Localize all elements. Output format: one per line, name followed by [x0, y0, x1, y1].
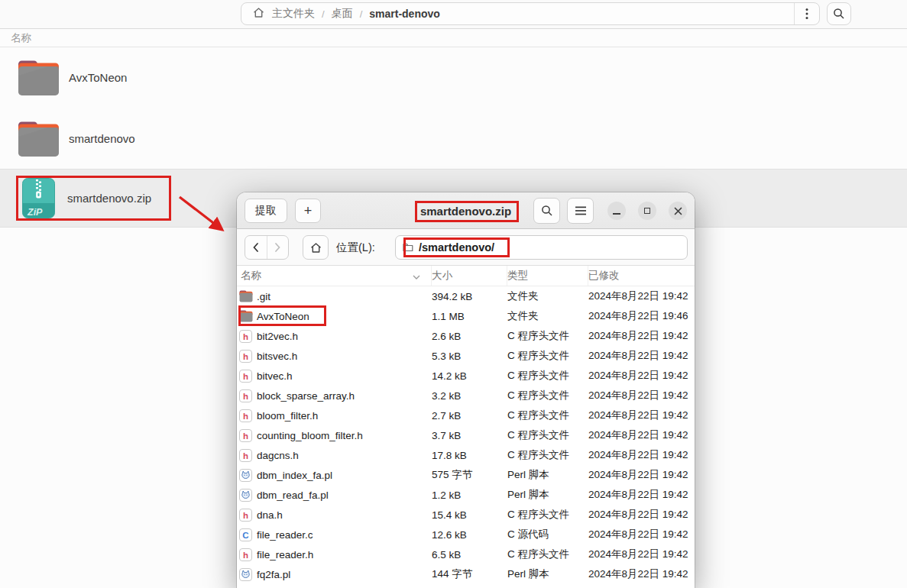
files-list-header[interactable]: 名称: [0, 29, 907, 47]
cell-size: 2.7 kB: [432, 410, 507, 422]
cell-name: dbm_read_fa.pl: [254, 489, 432, 501]
maximize-button[interactable]: [638, 202, 656, 220]
cell-name: AvxToNeon: [254, 311, 432, 322]
minimize-button[interactable]: [607, 202, 626, 220]
folder-icon: [17, 120, 60, 157]
cell-name: bloom_filter.h: [254, 410, 432, 422]
breadcrumb[interactable]: 主文件夹 / 桌面 / smart-denovo: [241, 2, 820, 25]
svg-text:h: h: [243, 371, 248, 380]
column-header-size[interactable]: 大小: [432, 266, 507, 286]
search-button[interactable]: [827, 2, 851, 25]
breadcrumb-separator: /: [322, 8, 325, 20]
archive-path-bar: 位置(L):: [237, 229, 695, 266]
add-files-button[interactable]: +: [295, 199, 321, 223]
cell-modified: 2024年8月22日 19:42: [588, 289, 695, 303]
archive-header-bar: 提取 + smartdenovo.zip: [237, 192, 695, 229]
cell-modified: 2024年8月22日 19:42: [588, 389, 695, 402]
folder-icon: [17, 59, 60, 96]
breadcrumb-desktop[interactable]: 桌面: [332, 7, 353, 21]
archive-row-bitvec.h[interactable]: hbitvec.h14.2 kBC 程序头文件2024年8月22日 19:42: [237, 366, 695, 386]
cell-size: 3.7 kB: [432, 430, 507, 441]
cell-size: 14.2 kB: [432, 370, 507, 382]
c-header-file-icon: h: [239, 389, 254, 402]
cell-size: 144 字节: [432, 567, 507, 581]
breadcrumb-home[interactable]: 主文件夹: [272, 7, 315, 21]
breadcrumb-current[interactable]: smart-denovo: [369, 8, 440, 20]
files-item-label: smartdenovo: [69, 132, 135, 145]
files-item-AvxToNeon[interactable]: AvxToNeon: [0, 47, 907, 108]
name-column-label: 名称: [11, 31, 31, 45]
search-icon: [833, 8, 845, 20]
navigation-buttons: [245, 235, 289, 260]
hamburger-icon: [575, 206, 586, 215]
archive-row-bitsvec.h[interactable]: hbitsvec.h5.3 kBC 程序头文件2024年8月22日 19:42: [237, 346, 695, 366]
cell-modified: 2024年8月22日 19:42: [588, 468, 695, 482]
svg-text:h: h: [243, 510, 248, 519]
archive-row-file_reader.c[interactable]: Cfile_reader.c12.6 kBC 源代码2024年8月22日 19:…: [237, 525, 695, 544]
column-header-type[interactable]: 类型: [507, 266, 588, 286]
cell-name: fq2fa.pl: [254, 569, 432, 580]
hamburger-menu-button[interactable]: [567, 198, 594, 224]
cell-modified: 2024年8月22日 19:42: [588, 567, 695, 581]
archive-row-dbm_read_fa.pl[interactable]: dbm_read_fa.pl1.2 kBPerl 脚本2024年8月22日 19…: [237, 485, 695, 505]
cell-modified: 2024年8月22日 19:42: [588, 488, 695, 502]
cell-size: 6.5 kB: [432, 549, 507, 561]
cell-type: Perl 脚本: [507, 468, 588, 482]
cell-name: file_reader.c: [254, 529, 432, 541]
archive-search-button[interactable]: [533, 198, 560, 224]
archive-row-.git[interactable]: .git394.2 kB文件夹2024年8月22日 19:42: [237, 286, 695, 306]
cell-modified: 2024年8月22日 19:42: [588, 369, 695, 383]
cell-name: bitsvec.h: [254, 351, 432, 362]
cell-modified: 2024年8月22日 19:42: [588, 428, 695, 442]
archive-row-bit2vec.h[interactable]: hbit2vec.h2.6 kBC 程序头文件2024年8月22日 19:42: [237, 326, 695, 346]
archive-row-counting_bloom_filter.h[interactable]: hcounting_bloom_filter.h3.7 kBC 程序头文件202…: [237, 425, 695, 445]
svg-text:h: h: [243, 351, 248, 360]
forward-button[interactable]: [267, 236, 289, 259]
cell-modified: 2024年8月22日 19:42: [588, 448, 695, 462]
column-header-name[interactable]: 名称: [241, 266, 432, 286]
svg-text:ZiP: ZiP: [27, 207, 43, 218]
archive-row-dagcns.h[interactable]: hdagcns.h17.8 kBC 程序头文件2024年8月22日 19:42: [237, 445, 695, 465]
archive-row-file_reader.h[interactable]: hfile_reader.h6.5 kBC 程序头文件2024年8月22日 19…: [237, 544, 695, 564]
breadcrumb-path: 主文件夹 / 桌面 / smart-denovo: [241, 6, 794, 21]
location-label: 位置(L):: [336, 229, 375, 266]
perl-script-icon: [239, 469, 254, 482]
cell-name: .git: [254, 291, 432, 302]
svg-text:h: h: [243, 451, 248, 460]
archive-row-dbm_index_fa.pl[interactable]: dbm_index_fa.pl575 字节Perl 脚本2024年8月22日 1…: [237, 465, 695, 485]
cell-modified: 2024年8月22日 19:42: [588, 349, 695, 363]
close-icon: [674, 207, 682, 215]
breadcrumb-separator: /: [360, 8, 363, 20]
archive-row-AvxToNeon[interactable]: AvxToNeon1.1 MB文件夹2024年8月22日 19:46: [237, 306, 695, 326]
home-icon: [252, 6, 265, 21]
folder-outline-icon: [402, 241, 414, 254]
cell-size: 1.1 MB: [432, 311, 507, 322]
archive-row-dna.h[interactable]: hdna.h15.4 kBC 程序头文件2024年8月22日 19:42: [237, 505, 695, 525]
c-source-file-icon: C: [239, 528, 254, 541]
cell-modified: 2024年8月22日 19:42: [588, 329, 695, 343]
files-item-smartdenovo[interactable]: smartdenovo: [0, 108, 907, 169]
extract-button[interactable]: 提取: [245, 199, 287, 223]
archive-manager-window: 提取 + smartdenovo.zip 位置(L):: [237, 192, 695, 588]
location-input[interactable]: [419, 241, 681, 254]
cell-type: C 程序头文件: [507, 548, 588, 561]
files-item-label: smartdenovo.zip: [67, 192, 151, 205]
cell-size: 394.2 kB: [432, 291, 507, 302]
c-header-file-icon: h: [239, 449, 254, 462]
cell-name: bit2vec.h: [254, 331, 432, 342]
chevron-left-icon: [252, 242, 259, 253]
home-button[interactable]: [303, 235, 329, 260]
column-header-modified[interactable]: 已修改: [588, 266, 695, 286]
more-options-button[interactable]: [795, 3, 819, 24]
cell-size: 5.3 kB: [432, 351, 507, 362]
cell-size: 17.8 kB: [432, 450, 507, 461]
svg-text:C: C: [242, 530, 248, 539]
archive-row-block_sparse_array.h[interactable]: hblock_sparse_array.h3.2 kBC 程序头文件2024年8…: [237, 386, 695, 405]
svg-text:h: h: [243, 331, 248, 341]
back-button[interactable]: [245, 236, 267, 259]
archive-row-fq2fa.pl[interactable]: fq2fa.pl144 字节Perl 脚本2024年8月22日 19:42: [237, 564, 695, 584]
cell-size: 12.6 kB: [432, 529, 507, 541]
archive-row-bloom_filter.h[interactable]: hbloom_filter.h2.7 kBC 程序头文件2024年8月22日 1…: [237, 405, 695, 425]
cell-type: C 程序头文件: [507, 508, 588, 522]
close-button[interactable]: [669, 202, 687, 220]
